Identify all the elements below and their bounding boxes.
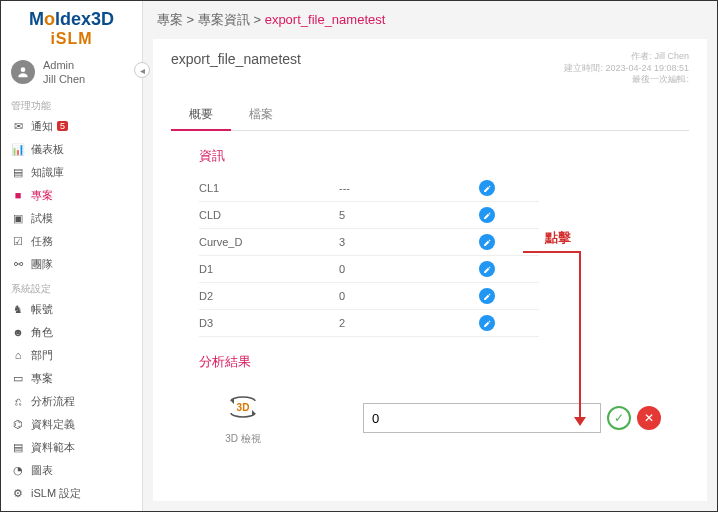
task-icon: ☑ (11, 235, 25, 248)
table-row: CLD5 (199, 202, 539, 229)
logo: Moldex3D iSLM (1, 1, 142, 52)
annotation-arrow-icon (574, 417, 586, 426)
edit-button[interactable] (479, 180, 495, 196)
edit-button[interactable] (479, 234, 495, 250)
svg-text:3D: 3D (237, 402, 250, 413)
user-name: Jill Chen (43, 72, 85, 86)
annotation-line (523, 251, 581, 253)
nav-dashboard[interactable]: 📊儀表板 (1, 138, 142, 161)
dept-icon: ⌂ (11, 349, 25, 361)
nav-knowledge[interactable]: ▤知識庫 (1, 161, 142, 184)
chart-icon: ◔ (11, 464, 25, 477)
page-meta: 作者: Jill Chen 建立時間: 2023-04-24 19:08:51 … (564, 51, 689, 86)
edit-button[interactable] (479, 288, 495, 304)
page-title: export_file_nametest (171, 51, 301, 67)
tab-overview[interactable]: 概要 (171, 100, 231, 131)
nav-flow[interactable]: ⎌分析流程 (1, 390, 142, 413)
tab-files[interactable]: 檔案 (231, 100, 291, 130)
edit-button[interactable] (479, 207, 495, 223)
nav-team[interactable]: ⚯團隊 (1, 253, 142, 276)
user-role: Admin (43, 58, 85, 72)
team-icon: ⚯ (11, 258, 25, 271)
edit-button[interactable] (479, 261, 495, 277)
dashboard-icon: 📊 (11, 143, 25, 156)
nav-datadef[interactable]: ⌬資料定義 (1, 413, 142, 436)
section-manage: 管理功能 (1, 93, 142, 115)
result-heading: 分析結果 (199, 353, 689, 371)
section-system: 系統設定 (1, 276, 142, 298)
rotate-3d-icon: 3D (225, 393, 261, 421)
edit-button[interactable] (479, 315, 495, 331)
template-icon: ▤ (11, 441, 25, 454)
user-section: Admin Jill Chen ◂ (1, 52, 142, 93)
svg-point-0 (21, 68, 26, 73)
nav-project2[interactable]: ▭專案 (1, 367, 142, 390)
edit-popup: ✓ ✕ (363, 403, 661, 433)
mold-icon: ▣ (11, 212, 25, 225)
cancel-button[interactable]: ✕ (637, 406, 661, 430)
account-icon: ♞ (11, 303, 25, 316)
nav-chart[interactable]: ◔圖表 (1, 459, 142, 482)
nav-account[interactable]: ♞帳號 (1, 298, 142, 321)
nav-project[interactable]: ■專案 (1, 184, 142, 207)
table-row: D10 (199, 256, 539, 283)
avatar-icon (11, 60, 35, 84)
nav-role[interactable]: ☻角色 (1, 321, 142, 344)
confirm-button[interactable]: ✓ (607, 406, 631, 430)
annotation-line (579, 251, 581, 419)
table-row: CL1--- (199, 175, 539, 202)
edit-value-input[interactable] (363, 403, 601, 433)
nav-islm[interactable]: ⚙iSLM 設定 (1, 482, 142, 505)
bell-icon: ✉ (11, 120, 25, 133)
section-sys: 系統 (1, 505, 142, 512)
collapse-sidebar-button[interactable]: ◂ (134, 62, 150, 78)
table-row: D32 (199, 310, 539, 337)
gear-icon: ⚙ (11, 487, 25, 500)
folder2-icon: ▭ (11, 372, 25, 385)
role-icon: ☻ (11, 326, 25, 338)
folder-icon: ■ (11, 189, 25, 201)
breadcrumb: 專案 > 專案資訊 > export_file_nametest (143, 1, 717, 39)
info-heading: 資訊 (199, 147, 689, 165)
table-row: D20 (199, 283, 539, 310)
nav-dept[interactable]: ⌂部門 (1, 344, 142, 367)
datadef-icon: ⌬ (11, 418, 25, 431)
info-table: CL1--- CLD5 Curve_D3 D10 D20 D32 (199, 175, 539, 337)
book-icon: ▤ (11, 166, 25, 179)
table-row: Curve_D3 (199, 229, 539, 256)
notify-badge: 5 (57, 121, 68, 131)
result-3d-view[interactable]: 3D 3D 檢視 (199, 383, 287, 456)
flow-icon: ⎌ (11, 395, 25, 407)
annotation-label: 點擊 (545, 229, 571, 247)
nav-mold[interactable]: ▣試模 (1, 207, 142, 230)
nav-task[interactable]: ☑任務 (1, 230, 142, 253)
nav-notify[interactable]: ✉通知5 (1, 115, 142, 138)
nav-template[interactable]: ▤資料範本 (1, 436, 142, 459)
